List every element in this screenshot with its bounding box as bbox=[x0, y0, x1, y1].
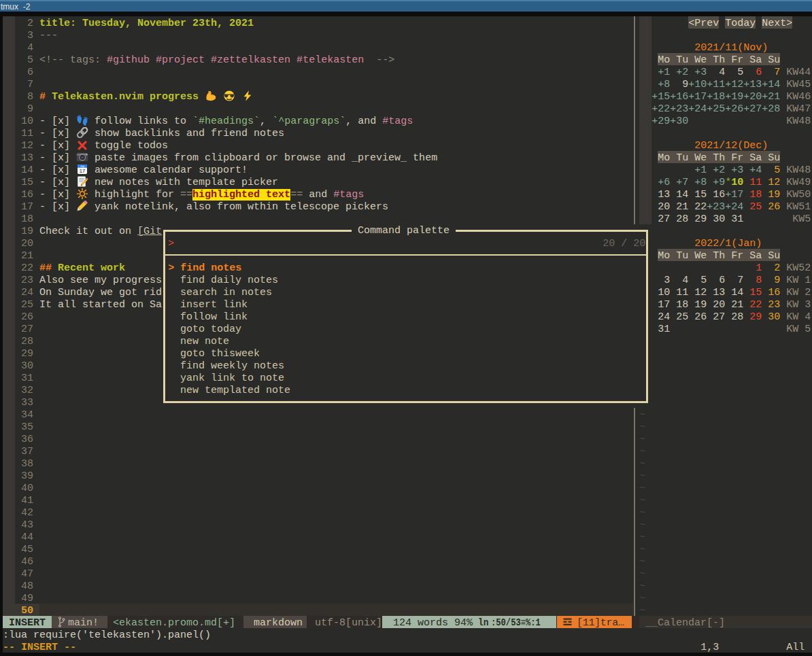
svg-text:17: 17 bbox=[80, 168, 85, 174]
svg-text:July: July bbox=[80, 165, 84, 168]
